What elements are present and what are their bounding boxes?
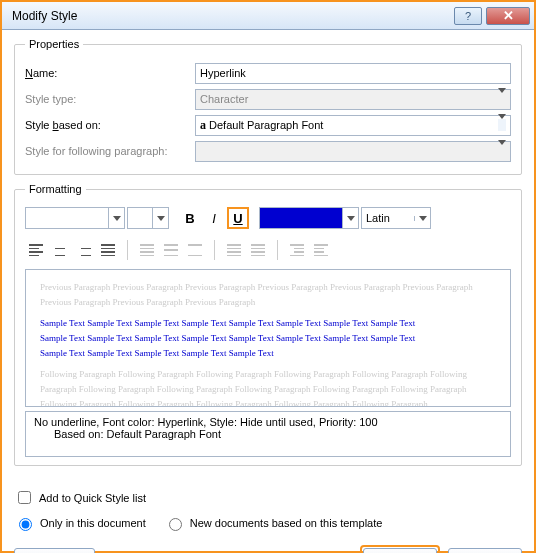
only-doc-radio[interactable]: Only in this document: [14, 515, 146, 531]
based-on-dropdown[interactable]: a Default Paragraph Font: [195, 115, 511, 136]
following-label: Style for following paragraph:: [25, 145, 195, 157]
ok-button[interactable]: OK: [363, 548, 437, 553]
italic-button[interactable]: I: [203, 207, 225, 229]
font-color-dropdown[interactable]: [259, 207, 359, 229]
new-docs-radio[interactable]: New documents based on this template: [164, 515, 383, 531]
name-label: Name:: [25, 67, 195, 79]
style-preview: Previous Paragraph Previous Paragraph Pr…: [25, 269, 511, 407]
formatting-group: Formatting B I U Latin: [14, 183, 522, 466]
spacing-15-button: [160, 239, 182, 261]
based-on-label: Style based on:: [25, 119, 195, 131]
formatting-legend: Formatting: [25, 183, 86, 195]
indent-dec-button: [286, 239, 308, 261]
style-description: No underline, Font color: Hyperlink, Sty…: [25, 411, 511, 457]
titlebar: Modify Style ? ✕: [2, 0, 534, 30]
font-size-dropdown[interactable]: [127, 207, 169, 229]
properties-group: Properties Name: Style type: Character S…: [14, 38, 522, 175]
help-button[interactable]: ?: [454, 7, 482, 25]
name-input[interactable]: [195, 63, 511, 84]
space-before-dec-button: [247, 239, 269, 261]
style-type-dropdown: Character: [195, 89, 511, 110]
spacing-1-button: [136, 239, 158, 261]
paragraph-toolbar: [25, 237, 511, 269]
underline-button[interactable]: U: [227, 207, 249, 229]
modify-style-dialog: Modify Style ? ✕ Properties Name: Style …: [0, 0, 536, 553]
indent-inc-button: [310, 239, 332, 261]
align-justify-button[interactable]: [97, 239, 119, 261]
style-type-label: Style type:: [25, 93, 195, 105]
language-dropdown[interactable]: Latin: [361, 207, 431, 229]
font-toolbar: B I U Latin: [25, 203, 511, 237]
align-center-button[interactable]: [49, 239, 71, 261]
space-before-inc-button: [223, 239, 245, 261]
align-right-button[interactable]: [73, 239, 95, 261]
close-button[interactable]: ✕: [486, 7, 530, 25]
font-family-dropdown[interactable]: [25, 207, 125, 229]
following-dropdown: [195, 141, 511, 162]
bold-button[interactable]: B: [179, 207, 201, 229]
window-title: Modify Style: [12, 9, 454, 23]
format-button[interactable]: Format: [14, 548, 95, 553]
properties-legend: Properties: [25, 38, 83, 50]
align-left-button[interactable]: [25, 239, 47, 261]
quickstyle-checkbox[interactable]: Add to Quick Style list: [14, 488, 522, 507]
spacing-2-button: [184, 239, 206, 261]
cancel-button[interactable]: Cancel: [448, 548, 522, 553]
